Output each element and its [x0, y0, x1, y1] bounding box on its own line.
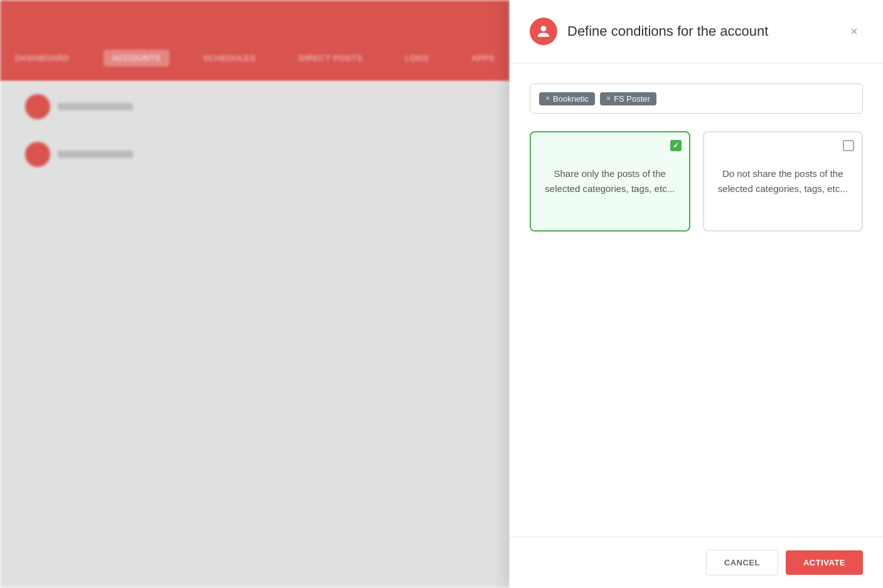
user-icon — [530, 18, 557, 45]
cancel-button[interactable]: CANCEL — [706, 550, 778, 575]
tags-input[interactable]: × Booknetic × FS Poster — [530, 83, 863, 114]
tag-fsposter[interactable]: × FS Poster — [600, 92, 656, 105]
option-do-not-share-text: Do not share the posts of the selected c… — [717, 166, 850, 196]
tag-booknetic[interactable]: × Booknetic — [539, 92, 595, 105]
checkbox-do-not-share[interactable] — [843, 140, 854, 151]
activate-button[interactable]: ACTIVATE — [786, 550, 863, 575]
tag-booknetic-close[interactable]: × — [545, 95, 550, 102]
tag-fsposter-label: FS Poster — [614, 94, 650, 104]
modal-body: × Booknetic × FS Poster Share only the p… — [510, 63, 883, 537]
tag-fsposter-close[interactable]: × — [606, 95, 611, 102]
options-grid: Share only the posts of the selected cat… — [530, 131, 863, 232]
modal-header: Define conditions for the account × — [510, 0, 883, 63]
modal-overlay: Define conditions for the account × × Bo… — [0, 0, 883, 588]
modal-footer: CANCEL ACTIVATE — [510, 537, 883, 588]
option-do-not-share[interactable]: Do not share the posts of the selected c… — [703, 131, 864, 232]
tag-booknetic-label: Booknetic — [553, 94, 589, 104]
option-share-only-text: Share only the posts of the selected cat… — [543, 166, 677, 196]
close-button[interactable]: × — [845, 23, 863, 40]
modal-title: Define conditions for the account — [567, 23, 835, 40]
modal-panel: Define conditions for the account × × Bo… — [510, 0, 883, 588]
option-share-only[interactable]: Share only the posts of the selected cat… — [530, 131, 690, 232]
checkbox-share-only[interactable] — [670, 140, 682, 151]
